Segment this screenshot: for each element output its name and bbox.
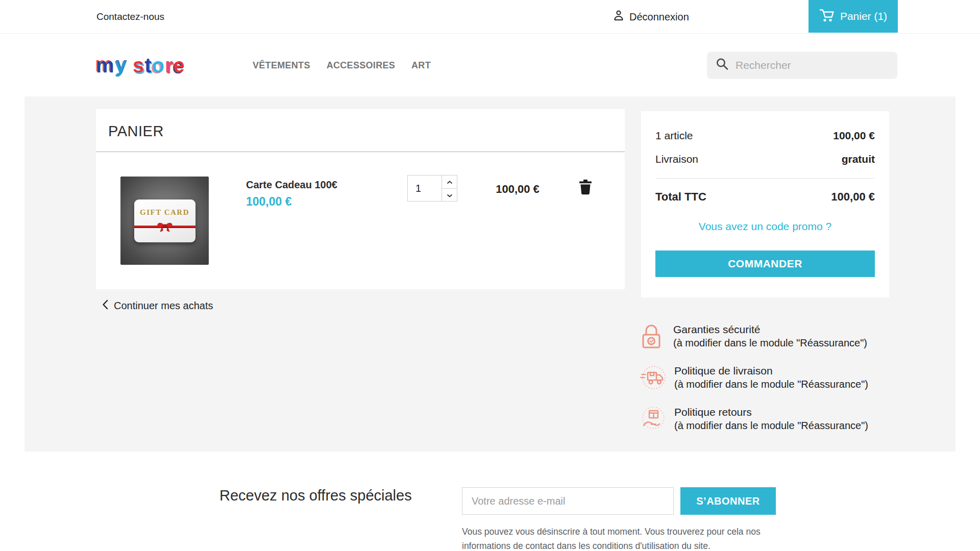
divider: [96, 152, 625, 152]
continue-shopping-label: Continuer mes achats: [114, 300, 213, 312]
reassurance-subtitle: (à modifier dans le module "Réassurance"…: [674, 419, 868, 432]
cart-page: Contactez-nous Déconnexion Panier (1): [0, 0, 980, 551]
summary-total-label: Total TTC: [655, 190, 706, 204]
cart-panel: PANIER GIFT CARD: [96, 109, 625, 289]
reassurance-text: Politique de livraison (à modifier dans …: [674, 364, 868, 391]
reassurance-text: Politique retours (à modifier dans le mo…: [674, 406, 868, 432]
trash-icon: [579, 189, 592, 196]
gift-bow: [156, 221, 174, 235]
quantity-buttons: [442, 176, 457, 201]
top-bar: Contactez-nous Déconnexion Panier (1): [0, 0, 980, 34]
reassurance-subtitle: (à modifier dans le module "Réassurance"…: [673, 336, 867, 349]
reassurance-item-returns: Politique retours (à modifier dans le mo…: [640, 406, 868, 434]
summary-articles-label: 1 article: [655, 130, 693, 142]
summary-total-row: Total TTC 100,00 €: [655, 190, 875, 204]
quantity-increase-button[interactable]: [442, 176, 457, 189]
logo-letter: [127, 54, 133, 76]
product-unit-price: 100,00 €: [246, 195, 337, 209]
promo-code-link[interactable]: Vous avez un code promo ?: [655, 220, 875, 233]
newsletter-footer: Recevez nos offres spéciales S’ABONNER V…: [0, 452, 980, 551]
quantity-stepper: [407, 175, 457, 202]
main-content: PANIER GIFT CARD: [24, 96, 955, 452]
main-nav: VÊTEMENTS ACCESSOIRES ART: [253, 60, 431, 70]
reassurance-block: Garanties sécurité (à modifier dans le m…: [640, 323, 868, 434]
gift-card-graphic: GIFT CARD: [134, 199, 195, 242]
reassurance-item-delivery: Politique de livraison (à modifier dans …: [640, 364, 868, 393]
checkout-button[interactable]: COMMANDER: [655, 251, 875, 277]
divider: [655, 178, 875, 179]
logo-letter: t: [144, 54, 152, 76]
product-image[interactable]: GIFT CARD: [120, 177, 209, 265]
product-name[interactable]: Carte Cadeau 100€: [246, 179, 337, 191]
reassurance-subtitle: (à modifier dans le module "Réassurance"…: [674, 378, 868, 391]
reassurance-title: Politique de livraison: [674, 364, 868, 378]
user-icon: [612, 9, 625, 24]
line-total: 100,00 €: [472, 183, 564, 196]
newsletter-disclaimer: Vous pouvez vous désinscrire à tout mome…: [462, 524, 783, 551]
lock-icon: [640, 323, 666, 352]
logo-letter: y: [115, 54, 127, 76]
logout-link[interactable]: Déconnexion: [612, 9, 689, 24]
chevron-left-icon: [102, 299, 108, 312]
product-info: Carte Cadeau 100€ 100,00 €: [246, 179, 337, 209]
reassurance-title: Politique retours: [674, 406, 868, 419]
search-icon: [716, 58, 729, 73]
subscribe-button[interactable]: S’ABONNER: [680, 487, 776, 515]
summary-shipping-value: gratuit: [842, 153, 875, 165]
return-icon: [640, 406, 667, 434]
chevron-down-icon: [447, 190, 453, 199]
page-title: PANIER: [96, 109, 625, 140]
quantity-input[interactable]: [408, 176, 442, 201]
reassurance-item-security: Garanties sécurité (à modifier dans le m…: [640, 323, 868, 352]
quantity-decrease-button[interactable]: [442, 189, 457, 202]
summary-shipping-label: Livraison: [655, 153, 698, 165]
summary-shipping-row: Livraison gratuit: [655, 153, 875, 165]
cart-summary: 1 article 100,00 € Livraison gratuit Tot…: [641, 111, 889, 297]
remove-item-button[interactable]: [578, 180, 593, 196]
cart-icon: [819, 8, 835, 25]
logo-letter: r: [165, 54, 174, 76]
newsletter-headline: Recevez nos offres spéciales: [219, 487, 412, 504]
logo-letter: m: [96, 54, 115, 76]
reassurance-title: Garanties sécurité: [673, 323, 867, 336]
chevron-up-icon: [447, 177, 453, 186]
logo-letter: s: [133, 54, 144, 76]
summary-articles-row: 1 article 100,00 €: [655, 130, 875, 142]
contact-link[interactable]: Contactez-nous: [96, 11, 164, 22]
nav-item-accessoires[interactable]: ACCESSOIRES: [327, 60, 395, 70]
cart-button[interactable]: Panier (1): [808, 0, 898, 33]
search-bar: [707, 52, 897, 79]
continue-shopping-link[interactable]: Continuer mes achats: [102, 299, 213, 312]
reassurance-text: Garanties sécurité (à modifier dans le m…: [673, 323, 867, 349]
nav-item-art[interactable]: ART: [411, 60, 431, 70]
store-logo[interactable]: my store: [96, 54, 185, 77]
logout-label: Déconnexion: [629, 11, 689, 22]
summary-total-value: 100,00 €: [831, 190, 875, 204]
logo-letter: o: [152, 54, 165, 76]
truck-icon: [640, 364, 667, 393]
cart-button-label: Panier (1): [840, 10, 887, 22]
summary-articles-value: 100,00 €: [833, 130, 875, 142]
newsletter-email-input[interactable]: [462, 487, 674, 515]
nav-item-vetements[interactable]: VÊTEMENTS: [253, 60, 310, 70]
search-input[interactable]: [736, 59, 889, 71]
gift-card-text: GIFT CARD: [134, 208, 195, 217]
logo-letter: e: [174, 54, 185, 76]
site-header: my store VÊTEMENTS ACCESSOIRES ART: [0, 34, 980, 96]
